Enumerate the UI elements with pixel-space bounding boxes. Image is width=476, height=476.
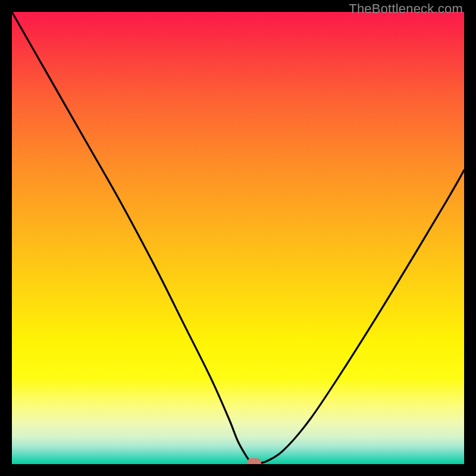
curve-svg: [12, 12, 464, 464]
watermark-text: TheBottleneck.com: [349, 1, 463, 17]
chart-container: TheBottleneck.com: [0, 0, 476, 476]
bottleneck-curve: [12, 12, 464, 463]
plot-area: [12, 12, 464, 464]
optimal-point-marker: [247, 458, 261, 464]
